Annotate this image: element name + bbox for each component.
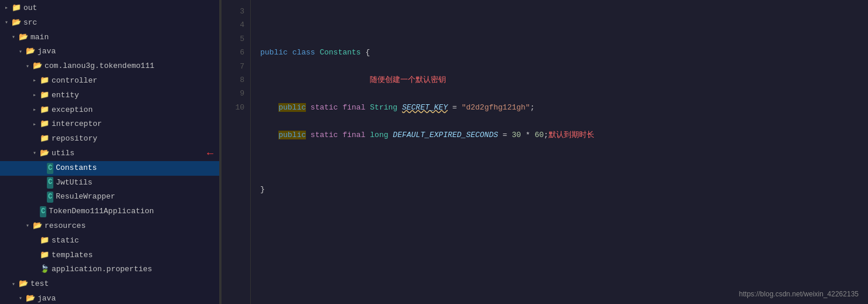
arrow-constants — [40, 163, 47, 173]
tree-item-resources[interactable]: 📂 resources — [0, 219, 219, 234]
file-tree[interactable]: 📁 out 📂 src 📂 main 📂 java 📂 — [0, 0, 220, 304]
label-appprops: application.properties — [52, 264, 152, 276]
line-num-7: 7 — [222, 60, 244, 73]
folder-icon-main: 📂 — [19, 32, 28, 44]
arrow-utils — [33, 149, 40, 158]
arrow-entity — [33, 91, 40, 100]
line-num-3: 3 — [222, 5, 244, 18]
watermark: https://blog.csdn.net/weixin_42262135 — [739, 290, 859, 298]
tree-item-interceptor[interactable]: 📁 interceptor — [0, 117, 219, 132]
folder-icon-out: 📁 — [12, 2, 21, 15]
tree-item-main[interactable]: 📂 main — [0, 30, 219, 45]
arrow-src — [5, 18, 12, 28]
tree-item-utils[interactable]: 📂 utils ← — [0, 146, 219, 161]
arrow-tokenapp — [33, 207, 40, 217]
code-editor: 3 4 5 6 7 8 9 10 public class Constants … — [222, 0, 868, 304]
folder-icon-controller: 📁 — [40, 75, 49, 87]
folder-icon-templates: 📁 — [40, 250, 49, 262]
arrow-resources — [26, 221, 33, 231]
line-num-10: 10 — [222, 101, 244, 114]
tree-item-java2[interactable]: 📂 java — [0, 292, 219, 304]
tree-item-templates[interactable]: 📁 templates — [0, 248, 219, 263]
arrow-main — [12, 33, 19, 42]
arrow-controller — [33, 76, 40, 86]
tree-item-src[interactable]: 📂 src — [0, 16, 219, 30]
label-interceptor: interceptor — [52, 118, 102, 131]
label-templates: templates — [52, 250, 93, 262]
tree-item-static[interactable]: 📁 static — [0, 234, 219, 248]
tree-item-jwtutils[interactable]: C JwtUtils — [0, 176, 219, 190]
label-entity: entity — [52, 90, 79, 102]
label-jwtutils: JwtUtils — [56, 177, 92, 189]
class-icon-tokenapp: C — [40, 206, 46, 217]
folder-icon-entity: 📁 — [40, 90, 49, 102]
tree-item-tokenapp[interactable]: C TokenDemo111Application — [0, 204, 219, 219]
folder-icon-java2: 📂 — [26, 293, 35, 304]
tree-item-appprops[interactable]: 🍃 application.properties — [0, 262, 219, 277]
label-main: main — [30, 32, 49, 44]
code-text[interactable]: public class Constants { 随便创建一个默认密钥 publ… — [251, 0, 868, 304]
arrow-out — [5, 4, 12, 13]
label-static: static — [52, 235, 79, 247]
code-line-5: 随便创建一个默认密钥 — [260, 76, 446, 84]
code-line-4: public class Constants { — [260, 48, 370, 57]
tree-item-repository[interactable]: 📁 repository — [0, 132, 219, 146]
folder-icon-exception: 📁 — [40, 104, 49, 117]
code-line-9: } — [260, 185, 265, 194]
class-icon-jwtutils: C — [47, 177, 53, 188]
line-num-4: 4 — [222, 18, 244, 32]
folder-icon-resources: 📂 — [33, 220, 42, 233]
folder-icon-static: 📁 — [40, 235, 49, 247]
tree-item-java[interactable]: 📂 java — [0, 45, 219, 59]
folder-icon-src: 📂 — [12, 17, 21, 29]
label-resulewrapper: ResuleWrapper — [56, 191, 115, 203]
arrow-static — [33, 236, 40, 245]
class-icon-constants: C — [47, 163, 53, 174]
tree-item-controller[interactable]: 📁 controller — [0, 74, 219, 88]
arrow-exception — [33, 105, 40, 115]
tree-item-package[interactable]: 📂 com.lanou3g.tokendemo111 — [0, 59, 219, 74]
line-num-6: 6 — [222, 46, 244, 59]
label-java: java — [38, 46, 56, 58]
label-constants: Constants — [56, 162, 97, 175]
arrow-interceptor — [33, 120, 40, 129]
label-repository: repository — [52, 133, 97, 145]
folder-icon-repository: 📁 — [40, 133, 49, 145]
folder-icon-package: 📂 — [33, 60, 42, 73]
tree-item-entity[interactable]: 📁 entity — [0, 88, 219, 103]
arrow-resulewrapper — [40, 193, 47, 202]
tree-item-test[interactable]: 📂 test — [0, 277, 219, 292]
folder-icon-test: 📂 — [19, 278, 28, 291]
label-tokenapp: TokenDemo111Application — [49, 206, 154, 218]
label-utils: utils — [52, 148, 74, 160]
arrow-java2 — [19, 294, 26, 303]
arrow-templates — [33, 251, 40, 260]
tree-item-exception[interactable]: 📁 exception — [0, 103, 219, 118]
folder-icon-java: 📂 — [26, 46, 35, 58]
red-arrow-annotation: ← — [207, 145, 213, 162]
arrow-java — [19, 47, 26, 57]
line-numbers: 3 4 5 6 7 8 9 10 — [222, 0, 251, 304]
tree-item-constants[interactable]: C Constants — [0, 161, 219, 176]
label-resources: resources — [45, 220, 86, 233]
label-java2: java — [38, 293, 56, 304]
arrow-jwtutils — [40, 178, 47, 187]
label-exception: exception — [52, 104, 93, 117]
tree-item-resulewrapper[interactable]: C ResuleWrapper — [0, 190, 219, 204]
label-test: test — [30, 278, 49, 291]
arrow-test — [12, 280, 19, 289]
tree-item-out[interactable]: 📁 out — [0, 1, 219, 16]
code-line-7: public static final long DEFAULT_EXPIRED… — [260, 131, 594, 139]
code-line-6: public static final String SECRET_KEY = … — [260, 103, 535, 112]
line-num-5: 5 — [222, 32, 244, 46]
label-package: com.lanou3g.tokendemo111 — [45, 60, 154, 73]
arrow-package — [26, 62, 33, 71]
props-icon: 🍃 — [40, 264, 49, 276]
arrow-appprops — [33, 265, 40, 275]
label-controller: controller — [52, 75, 97, 87]
label-src: src — [23, 17, 37, 29]
label-out: out — [23, 2, 37, 15]
line-num-8: 8 — [222, 73, 244, 87]
line-num-9: 9 — [222, 87, 244, 100]
folder-icon-interceptor: 📁 — [40, 118, 49, 131]
